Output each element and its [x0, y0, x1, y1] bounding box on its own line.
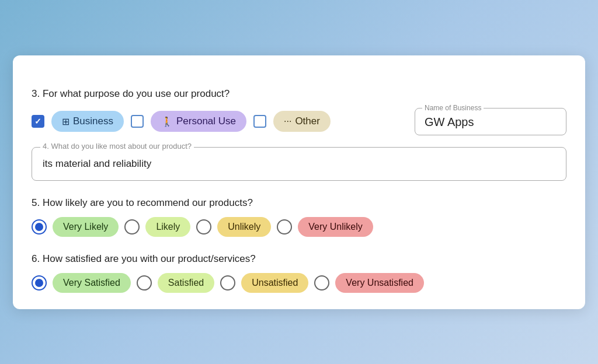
- business-checkbox[interactable]: [32, 115, 44, 128]
- business-name-container: Name of Business GW Apps: [415, 108, 566, 135]
- q6-very-unsatisfied-pill[interactable]: Very Unsatisfied: [335, 273, 424, 293]
- q4-floating-label: 4. What do you like most about our produ…: [40, 142, 194, 150]
- business-name-floating-label: Name of Business: [422, 104, 484, 112]
- q6-satisfied-label: Satisfied: [168, 278, 204, 288]
- business-label: Business: [73, 116, 113, 127]
- q6-options-row: Very Satisfied Satisfied Unsatisfied Ver…: [32, 273, 566, 293]
- q6-very-unsatisfied-label: Very Unsatisfied: [346, 278, 413, 288]
- q6-unsatisfied-label: Unsatisfied: [252, 278, 298, 288]
- q6-very-unsatisfied-radio[interactable]: [314, 275, 329, 290]
- q5-likely-label: Likely: [156, 222, 180, 232]
- personal-checkbox[interactable]: [131, 115, 144, 128]
- q5-very-likely-radio[interactable]: [32, 219, 47, 235]
- q6-very-satisfied-radio[interactable]: [32, 275, 47, 290]
- q5-very-unlikely-pill[interactable]: Very Unlikely: [298, 217, 373, 237]
- q4-section: 4. What do you like most about our produ…: [32, 147, 566, 181]
- q3-section: 3. For what purpose do you use our produ…: [32, 88, 566, 135]
- other-label: Other: [295, 116, 320, 127]
- q5-label: 5. How likely are you to recommend our p…: [32, 197, 566, 209]
- personal-icon: 🚶: [161, 116, 173, 127]
- q5-very-likely-pill[interactable]: Very Likely: [53, 217, 119, 237]
- personal-option[interactable]: 🚶 Personal Use: [151, 111, 246, 132]
- q3-label: 3. For what purpose do you use our produ…: [32, 88, 566, 100]
- business-icon: ⊞: [62, 116, 69, 127]
- q6-label: 6. How satisfied are you with our produc…: [32, 253, 566, 265]
- q5-unlikely-pill[interactable]: Unlikely: [217, 217, 271, 237]
- q6-unsatisfied-pill[interactable]: Unsatisfied: [241, 273, 308, 293]
- q6-satisfied-pill[interactable]: Satisfied: [158, 273, 214, 293]
- q5-likely-pill[interactable]: Likely: [145, 217, 190, 237]
- q6-very-satisfied-label: Very Satisfied: [63, 278, 120, 288]
- q5-unlikely-radio[interactable]: [196, 219, 211, 235]
- q5-likely-radio[interactable]: [124, 219, 140, 235]
- other-checkbox[interactable]: [253, 115, 266, 128]
- business-option[interactable]: ⊞ Business: [51, 111, 124, 132]
- survey-card: 3. For what purpose do you use our produ…: [13, 55, 585, 309]
- personal-label: Personal Use: [176, 116, 236, 127]
- q5-options-row: Very Likely Likely Unlikely Very Unlikel…: [32, 217, 566, 237]
- q5-very-likely-label: Very Likely: [63, 222, 108, 232]
- q6-unsatisfied-radio[interactable]: [220, 275, 235, 290]
- q6-very-satisfied-pill[interactable]: Very Satisfied: [53, 273, 131, 293]
- q3-options-row: ⊞ Business 🚶 Personal Use ··· Other Name…: [32, 108, 566, 135]
- other-option[interactable]: ··· Other: [273, 111, 331, 132]
- q6-section: 6. How satisfied are you with our produc…: [32, 253, 566, 293]
- q4-answer[interactable]: its material and reliability: [43, 158, 555, 170]
- other-icon: ···: [284, 116, 291, 127]
- business-name-value[interactable]: GW Apps: [425, 116, 557, 129]
- q5-very-unlikely-radio[interactable]: [277, 219, 292, 235]
- q6-satisfied-radio[interactable]: [137, 275, 152, 290]
- q5-section: 5. How likely are you to recommend our p…: [32, 197, 566, 237]
- q5-unlikely-label: Unlikely: [228, 222, 260, 232]
- q5-very-unlikely-label: Very Unlikely: [308, 222, 362, 232]
